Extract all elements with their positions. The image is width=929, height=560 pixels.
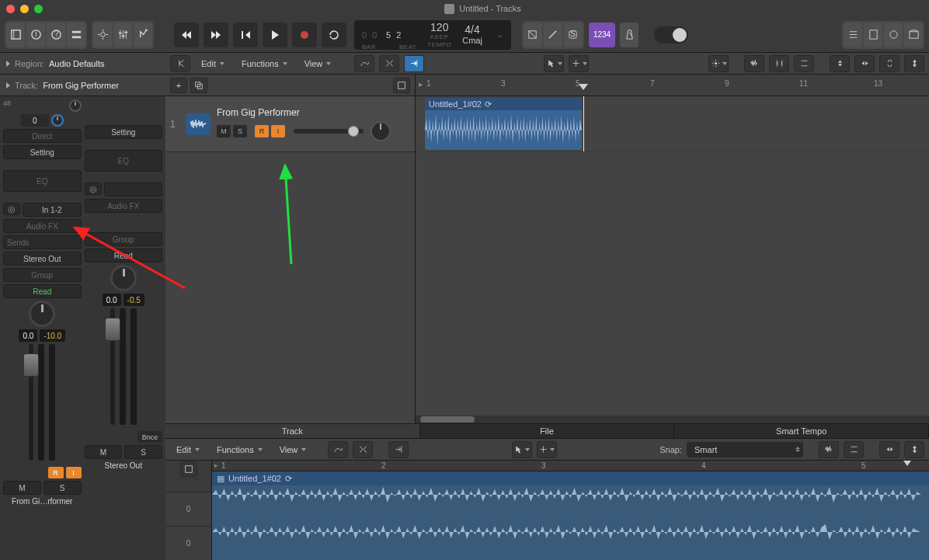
- lcd-display[interactable]: 0 0 5 2 BAR BEAT 120 KEEP TEMPO 4/4 Cmaj…: [354, 20, 511, 50]
- direct-btn[interactable]: Direct: [3, 129, 82, 143]
- editors-btn[interactable]: [134, 23, 152, 47]
- replace-btn[interactable]: [524, 23, 542, 47]
- track-name[interactable]: From Gig Performer: [217, 107, 410, 118]
- audiofx-slot[interactable]: Audio FX: [3, 219, 82, 233]
- loop-browser-btn[interactable]: [884, 23, 903, 47]
- arrange-background[interactable]: [416, 152, 929, 416]
- close-window[interactable]: [6, 5, 15, 13]
- setting-btn[interactable]: Setting: [3, 145, 82, 159]
- track-solo-btn[interactable]: S: [233, 125, 247, 137]
- tab-smart-tempo[interactable]: Smart Tempo: [674, 424, 929, 438]
- add-track-btn[interactable]: +: [170, 78, 187, 93]
- bounce-btn[interactable]: Bnce: [137, 431, 162, 443]
- stereo-icon[interactable]: ◎: [85, 183, 102, 195]
- fader-handle[interactable]: [23, 353, 39, 377]
- rec-enable-btn[interactable]: R: [48, 467, 64, 478]
- stereo-icon[interactable]: ◎: [3, 203, 20, 215]
- zoom-fit-btn[interactable]: [904, 55, 924, 72]
- peak-db[interactable]: -10.0: [40, 329, 65, 342]
- view-menu[interactable]: View: [298, 57, 338, 71]
- input-select[interactable]: [104, 183, 163, 197]
- global-tracks-btn[interactable]: [393, 78, 410, 93]
- minimize-window[interactable]: [20, 5, 29, 13]
- metronome-btn[interactable]: [620, 23, 638, 47]
- fader-handle[interactable]: [105, 318, 120, 341]
- link-zoom-btn[interactable]: [879, 55, 899, 72]
- lcd-key[interactable]: Cmaj: [462, 37, 482, 45]
- region-inspector-header[interactable]: Region: Audio Defaults: [0, 53, 165, 75]
- automation-curve-btn[interactable]: [354, 55, 374, 72]
- autopunch-btn[interactable]: [544, 23, 562, 47]
- bar-ruler[interactable]: ▸ 1 3 5 7 9 11 13: [416, 75, 929, 96]
- list-editors-btn[interactable]: [844, 23, 862, 47]
- group-btn[interactable]: Group: [85, 232, 163, 246]
- flex-icon[interactable]: ▦: [217, 474, 224, 484]
- eq-btn[interactable]: EQ: [3, 170, 82, 192]
- notepad-btn[interactable]: [864, 23, 882, 47]
- automation-read-btn[interactable]: Read: [85, 249, 163, 263]
- track-monitor-btn[interactable]: I: [271, 125, 285, 137]
- forward-btn[interactable]: [204, 23, 228, 47]
- mixer-btn[interactable]: [113, 23, 132, 47]
- sends-slot[interactable]: Sends: [3, 235, 82, 249]
- media-browser-btn[interactable]: [904, 23, 923, 47]
- editor-functions-menu[interactable]: Functions: [211, 443, 269, 457]
- cycle-btn[interactable]: [322, 23, 346, 47]
- tab-track[interactable]: Track: [165, 424, 420, 438]
- editor-waveform-zoom[interactable]: [819, 441, 839, 458]
- library-btn[interactable]: [6, 23, 25, 47]
- track-inspector-header[interactable]: Track: From Gig Performer: [0, 75, 165, 96]
- lcd-time-signature[interactable]: 4/4: [464, 24, 479, 35]
- fader-db[interactable]: 0.0: [19, 329, 37, 342]
- track-volume-slider[interactable]: [294, 129, 364, 134]
- editor-automation-btn[interactable]: [328, 441, 348, 458]
- duplicate-track-btn[interactable]: [190, 78, 207, 93]
- input-monitor-btn[interactable]: I: [66, 467, 82, 478]
- editor-zoom-slider[interactable]: [879, 441, 899, 458]
- arrange-grid[interactable]: ▸ 1 3 5 7 9 11 13 Untitled_1#02 ⟳: [416, 75, 929, 423]
- editor-flex-btn[interactable]: [353, 441, 373, 458]
- editor-secondary-tool[interactable]: [537, 441, 557, 458]
- hi-cut-knob[interactable]: [51, 114, 64, 127]
- editor-h-zoom[interactable]: [844, 441, 864, 458]
- fader-db[interactable]: 0.0: [103, 294, 121, 306]
- horizontal-zoom-btn[interactable]: [794, 55, 814, 72]
- mute-btn[interactable]: M: [85, 445, 123, 459]
- editor-catch-btn[interactable]: [388, 441, 409, 458]
- track-header-row[interactable]: 1 From Gig Performer M S R I: [165, 96, 415, 152]
- vertical-zoom-btn[interactable]: [769, 55, 789, 72]
- toolbar-btn[interactable]: [67, 23, 85, 47]
- h-zoom-slider[interactable]: [854, 55, 875, 72]
- ruler-disclosure[interactable]: ▸: [419, 79, 423, 89]
- v-zoom-slider[interactable]: [830, 55, 850, 72]
- record-btn[interactable]: [292, 23, 317, 47]
- lcd-tempo[interactable]: 120: [430, 22, 448, 33]
- catch-playhead-btn[interactable]: [404, 55, 424, 72]
- track-mute-btn[interactable]: M: [217, 125, 231, 137]
- back-nav-btn[interactable]: [170, 55, 190, 72]
- pan-knob[interactable]: [29, 301, 55, 327]
- tab-file[interactable]: File: [420, 424, 675, 438]
- volume-fader[interactable]: [29, 344, 33, 461]
- mute-btn[interactable]: M: [3, 481, 41, 495]
- solo-btn[interactable]: S: [43, 481, 82, 495]
- inspector-btn[interactable]: i: [26, 23, 45, 47]
- lcd-dropdown-icon[interactable]: ⌄: [493, 30, 503, 40]
- input-select[interactable]: In 1-2: [23, 203, 82, 217]
- flex-btn[interactable]: [379, 55, 399, 72]
- editor-ruler[interactable]: ▸ 1 2 3 4 5: [212, 461, 929, 471]
- track-type-icon[interactable]: [186, 113, 211, 135]
- eq-btn[interactable]: EQ: [85, 150, 163, 172]
- gear-menu[interactable]: [708, 55, 729, 72]
- volume-fader[interactable]: [110, 308, 115, 425]
- snap-select[interactable]: Smart: [687, 442, 803, 457]
- ruler-disclosure[interactable]: ▸: [214, 461, 218, 469]
- editor-inspector-btn[interactable]: [180, 461, 197, 477]
- editor-waveform-area[interactable]: [212, 485, 929, 560]
- playhead-marker[interactable]: [579, 84, 588, 90]
- play-btn[interactable]: [263, 23, 287, 47]
- region-end-marker[interactable]: [903, 461, 911, 466]
- solo-mode-btn[interactable]: S: [564, 23, 583, 47]
- secondary-tool[interactable]: [569, 55, 589, 72]
- output-select[interactable]: Stereo Out: [3, 252, 82, 266]
